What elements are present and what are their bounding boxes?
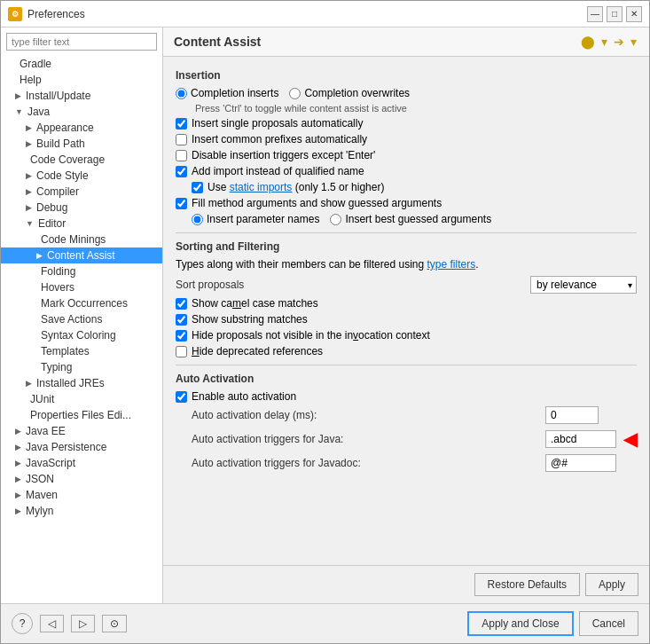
sidebar-item-syntax-coloring[interactable]: Syntax Coloring [1,327,162,343]
sidebar-item-properties-files[interactable]: Properties Files Edi... [1,407,162,423]
filter-input[interactable] [6,33,157,51]
hide-deprecated-label[interactable]: Hide deprecated references [176,345,323,357]
completion-overwrites-label[interactable]: Completion overwrites [289,87,410,99]
red-arrow-icon: ◀ [623,428,637,450]
sidebar-item-label: JUnit [30,393,54,405]
delay-input[interactable] [545,406,599,424]
sidebar-item-javascript[interactable]: ▶ JavaScript [1,455,162,471]
divider2 [176,365,637,365]
sidebar-item-label: Code Coverage [30,153,105,166]
back-nav-button[interactable]: ⬤ [579,35,597,49]
completion-inserts-text: Completion inserts [191,87,278,99]
sidebar-item-code-coverage[interactable]: Code Coverage [1,152,162,168]
sidebar-item-hovers[interactable]: Hovers [1,279,162,295]
param-names-label[interactable]: Insert parameter names [192,213,319,225]
sidebar-item-code-style[interactable]: ▶ Code Style [1,168,162,184]
common-prefixes-label[interactable]: Insert common prefixes automatically [176,133,367,145]
sidebar-item-content-assist[interactable]: ▶ Content Assist [1,247,162,263]
best-guessed-label[interactable]: Insert best guessed arguments [330,213,491,225]
completion-overwrites-radio[interactable] [289,88,301,99]
sidebar-item-label: Appearance [36,122,94,134]
substring-label[interactable]: Show substring matches [176,313,308,326]
sidebar-item-code-minings[interactable]: Code Minings [1,232,162,247]
apply-close-button[interactable]: Apply and Close [467,611,573,636]
param-names-radio[interactable] [192,214,203,225]
minimize-button[interactable]: — [587,6,603,22]
static-imports-link[interactable]: static imports [230,181,293,193]
completion-inserts-label[interactable]: Completion inserts [176,87,278,99]
camel-case-label[interactable]: Show camel case matches [176,297,318,310]
type-filters-link[interactable]: type filters [427,258,476,271]
forward-nav-button[interactable]: ➔ [612,35,626,49]
add-import-checkbox[interactable] [176,166,187,177]
sidebar-item-mylyn[interactable]: ▶ Mylyn [1,503,162,519]
tree-area: Gradle Help ▶ Install/Update ▼ Java [1,56,162,603]
static-imports-label[interactable]: Use static imports (only 1.5 or higher) [192,181,384,193]
common-prefixes-row: Insert common prefixes automatically [176,133,637,145]
panel-header: Content Assist ⬤ ▾ ➔ ▾ [163,27,649,57]
single-proposals-checkbox[interactable] [176,118,187,130]
common-prefixes-checkbox[interactable] [176,134,187,145]
arrow-icon: ▶ [15,507,21,515]
static-imports-checkbox[interactable] [192,182,203,193]
insertion-triggers-checkbox[interactable] [176,150,187,161]
add-import-label[interactable]: Add import instead of qualified name [176,165,364,177]
sidebar-item-junit[interactable]: JUnit [1,391,162,407]
sidebar-item-compiler[interactable]: ▶ Compiler [1,184,162,200]
sidebar-item-debug[interactable]: ▶ Debug [1,200,162,216]
hide-invisible-checkbox[interactable] [176,330,187,342]
completion-inserts-radio[interactable] [176,88,187,99]
sidebar-item-folding[interactable]: Folding [1,263,162,279]
sidebar-item-maven[interactable]: ▶ Maven [1,487,162,503]
apply-button[interactable]: Apply [585,573,638,596]
sidebar-item-gradle[interactable]: Gradle [1,56,162,72]
footer-back-button[interactable]: ◁ [40,615,64,632]
hide-deprecated-checkbox[interactable] [176,346,187,357]
sidebar-item-typing[interactable]: Typing [1,359,162,375]
sidebar-item-java-persistence[interactable]: ▶ Java Persistence [1,439,162,455]
enable-auto-row: Enable auto activation [176,390,637,403]
fill-method-label[interactable]: Fill method arguments and show guessed a… [176,197,442,209]
sort-select-wrapper: by relevance alphabetically [530,276,637,294]
sidebar-item-save-actions[interactable]: Save Actions [1,311,162,327]
substring-checkbox[interactable] [176,314,187,326]
delay-label: Auto activation delay (ms): [176,409,536,421]
enable-auto-checkbox[interactable] [176,391,187,403]
footer-forward-button[interactable]: ▷ [71,615,95,632]
sidebar-item-templates[interactable]: Templates [1,343,162,359]
single-proposals-label[interactable]: Insert single proposals automatically [176,117,363,130]
javadoc-triggers-input[interactable] [545,454,616,472]
sidebar-item-install-update[interactable]: ▶ Install/Update [1,88,162,104]
sidebar-item-build-path[interactable]: ▶ Build Path [1,136,162,152]
restore-defaults-button[interactable]: Restore Defaults [474,573,580,596]
panel-title: Content Assist [174,35,261,49]
sidebar-item-mark-occurrences[interactable]: Mark Occurrences [1,295,162,311]
panel-content: Insertion Completion inserts Completion … [163,57,649,565]
footer-right: Apply and Close Cancel [467,611,638,636]
close-button[interactable]: ✕ [626,6,642,22]
sidebar-item-help[interactable]: Help [1,72,162,88]
sidebar-item-java-ee[interactable]: ▶ Java EE [1,423,162,439]
sidebar-item-installed-jres[interactable]: ▶ Installed JREs [1,375,162,391]
sidebar-item-label: Mylyn [26,505,53,517]
camel-case-checkbox[interactable] [176,298,187,310]
sort-select[interactable]: by relevance alphabetically [530,276,637,294]
fill-method-checkbox[interactable] [176,198,187,209]
camel-case-text: Show camel case matches [192,297,318,310]
substring-text: Show substring matches [192,313,308,326]
cancel-button[interactable]: Cancel [579,611,638,636]
best-guessed-radio[interactable] [330,214,341,225]
java-triggers-input[interactable] [545,430,616,448]
sidebar-item-java[interactable]: ▼ Java [1,104,162,120]
nav-dropdown-button[interactable]: ▾ [599,35,609,49]
enable-auto-label[interactable]: Enable auto activation [176,390,296,403]
insertion-triggers-label[interactable]: Disable insertion triggers except 'Enter… [176,149,375,161]
nav-more-button[interactable]: ▾ [629,35,638,49]
help-button[interactable]: ? [12,613,33,634]
sidebar-item-json[interactable]: ▶ JSON [1,471,162,487]
sidebar-item-appearance[interactable]: ▶ Appearance [1,120,162,136]
maximize-button[interactable]: □ [607,6,623,22]
hide-invisible-label[interactable]: Hide proposals not visible in the invoca… [176,329,430,342]
footer-home-button[interactable]: ⊙ [102,615,127,632]
sidebar-item-editor[interactable]: ▼ Editor [1,216,162,232]
